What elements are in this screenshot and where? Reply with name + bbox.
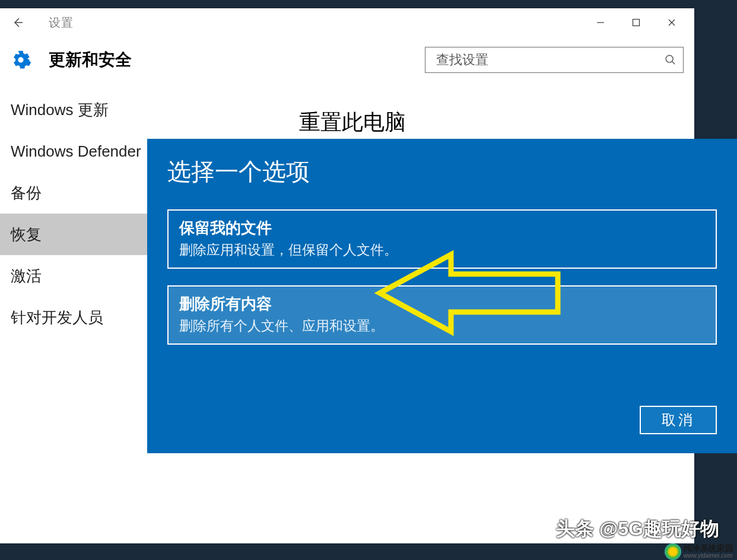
sidebar-item-label: 针对开发人员 (11, 307, 103, 328)
search-placeholder: 查找设置 (436, 51, 664, 69)
search-icon (664, 53, 677, 66)
sidebar-item-label: Windows 更新 (11, 100, 109, 120)
section-title: 更新和安全 (49, 49, 132, 71)
back-button[interactable] (6, 11, 30, 34)
brand-logo-icon (665, 543, 681, 560)
option-title: 删除所有内容 (179, 294, 705, 314)
dialog-title: 选择一个选项 (167, 155, 717, 188)
option-title: 保留我的文件 (179, 218, 705, 238)
brand-text: 纯净系统家园 www.yidaimei.com (684, 544, 733, 559)
minimize-button[interactable] (583, 11, 618, 34)
svg-point-1 (666, 55, 673, 62)
close-button[interactable] (654, 11, 690, 34)
gear-icon (11, 50, 31, 70)
watermark-source-text: 头条 @5G趣玩好物 (556, 516, 719, 542)
sidebar-item-label: Windows Defender (11, 142, 141, 161)
option-keep-files[interactable]: 保留我的文件 删除应用和设置，但保留个人文件。 (167, 209, 717, 269)
sidebar-item-label: 备份 (11, 183, 42, 203)
app-title: 设置 (49, 15, 74, 31)
watermark-source: 头条 @5G趣玩好物 (535, 516, 719, 542)
sidebar-item-label: 激活 (11, 266, 42, 287)
arrow-left-icon (11, 15, 25, 30)
window-controls (583, 11, 690, 34)
maximize-button[interactable] (618, 11, 654, 34)
titlebar: 设置 (0, 8, 694, 37)
brand-url: www.yidaimei.com (684, 553, 733, 559)
search-input[interactable]: 查找设置 (425, 47, 684, 73)
svg-rect-0 (633, 20, 640, 26)
header: 更新和安全 查找设置 (0, 37, 694, 83)
cancel-button[interactable]: 取消 (640, 406, 717, 434)
headline-icon (535, 520, 552, 538)
close-icon (668, 18, 676, 27)
option-desc: 删除应用和设置，但保留个人文件。 (179, 241, 705, 259)
page-title: 重置此电脑 (299, 108, 694, 137)
cancel-label: 取消 (662, 411, 695, 429)
option-desc: 删除所有个人文件、应用和设置。 (179, 317, 705, 335)
watermark-brand: 纯净系统家园 www.yidaimei.com (665, 543, 733, 560)
sidebar-item-windows-update[interactable]: Windows 更新 (0, 89, 279, 131)
minimize-icon (596, 18, 605, 27)
reset-options-dialog: 选择一个选项 保留我的文件 删除应用和设置，但保留个人文件。 删除所有内容 删除… (147, 139, 737, 453)
brand-name: 纯净系统家园 (684, 544, 733, 553)
sidebar-item-label: 恢复 (11, 224, 42, 245)
maximize-icon (632, 18, 640, 27)
option-remove-everything[interactable]: 删除所有内容 删除所有个人文件、应用和设置。 (167, 285, 717, 345)
